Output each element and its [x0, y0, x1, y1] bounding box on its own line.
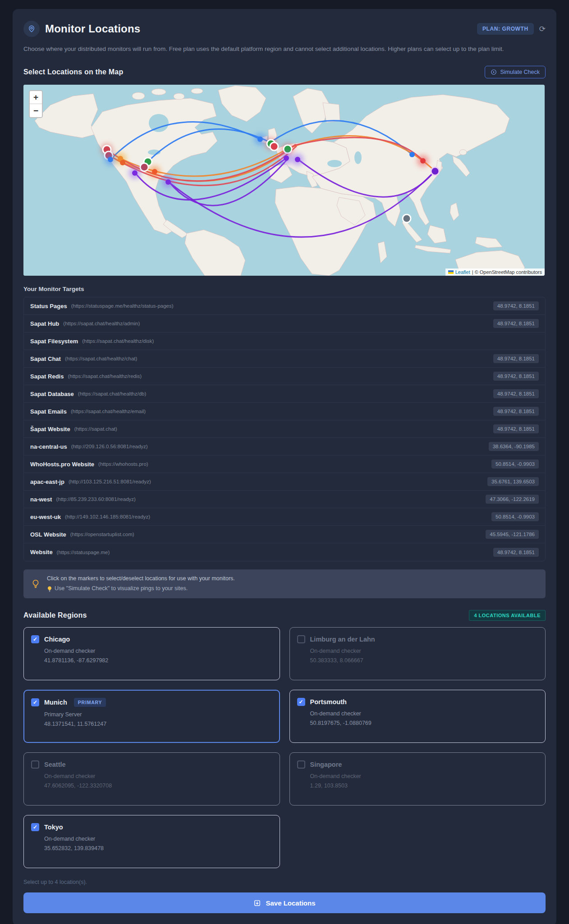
ukraine-flag-icon — [448, 270, 454, 274]
target-row[interactable]: Sapat Chat (https://sapat.chat/healthz/c… — [24, 350, 545, 368]
refresh-icon[interactable]: ⟳ — [539, 24, 546, 34]
location-marker[interactable] — [165, 179, 171, 185]
region-checker-type: On-demand checker — [44, 773, 272, 779]
region-checker-type: Primary Server — [44, 711, 272, 718]
region-name: Seattle — [44, 761, 66, 768]
save-locations-button[interactable]: Save Locations — [23, 892, 546, 913]
location-marker[interactable] — [284, 155, 289, 161]
target-coordinates-badge: 48.9742, 8.1851 — [493, 424, 539, 433]
target-url: (https://sapat.chat/healthz/admin) — [63, 321, 140, 326]
location-marker[interactable] — [409, 152, 415, 157]
monitor-locations-panel: Monitor Locations PLAN: GROWTH ⟳ Choose … — [13, 9, 556, 924]
target-url: (http://209.126.0.56:8081/readyz) — [71, 444, 148, 449]
location-marker[interactable] — [404, 215, 410, 222]
map-section-title: Select Locations on the Map — [23, 68, 123, 76]
target-row[interactable]: Sapat Redis (https://sapat.chat/healthz/… — [24, 368, 545, 385]
target-name: na-central-us — [30, 443, 67, 450]
save-icon — [253, 899, 261, 907]
target-name: Sapat Emails — [30, 408, 67, 415]
zoom-out-button[interactable]: − — [30, 104, 42, 117]
target-url: (http://103.125.216.51:8081/readyz) — [69, 479, 151, 484]
target-coordinates-badge: 38.6364, -90.1985 — [489, 442, 539, 451]
region-checker-type: On-demand checker — [310, 648, 538, 654]
simulate-check-button[interactable]: Simulate Check — [485, 66, 546, 78]
target-url: (https://sapat.chat) — [74, 426, 117, 432]
target-row[interactable]: Website (https://statuspage.me) 48.9742,… — [24, 543, 545, 561]
region-coordinates: 41.8781136, -87.6297982 — [44, 657, 272, 664]
intro-text: Choose where your distributed monitors w… — [23, 44, 546, 54]
locations-available-badge: 4 LOCATIONS AVAILABLE — [469, 610, 546, 621]
location-marker[interactable] — [432, 168, 439, 175]
location-marker[interactable] — [295, 157, 300, 162]
save-locations-label: Save Locations — [266, 899, 315, 907]
region-checkbox[interactable]: ✓ — [31, 635, 39, 643]
region-card[interactable]: ✓ Portsmouth On-demand checker 50.819767… — [289, 690, 546, 743]
region-cards-grid: ✓ Chicago On-demand checker 41.8781136, … — [23, 627, 546, 868]
lightbulb-icon — [31, 579, 41, 589]
region-checkbox[interactable]: ✓ — [31, 698, 39, 706]
region-card[interactable]: ✓ Chicago On-demand checker 41.8781136, … — [23, 627, 280, 680]
target-row[interactable]: Sapat Filesystem (https://sapat.chat/hea… — [24, 332, 545, 350]
region-card[interactable]: ✓ Tokyo On-demand checker 35.652832, 139… — [23, 815, 280, 868]
region-checker-type: On-demand checker — [44, 836, 272, 842]
osm-attribution[interactable]: | © OpenStreetMap contributors — [472, 269, 542, 275]
region-checker-type: On-demand checker — [310, 710, 538, 717]
location-marker[interactable] — [284, 146, 291, 153]
target-name: apac-east-jp — [30, 478, 64, 485]
region-checkbox[interactable]: ✓ — [297, 698, 305, 706]
tip-line-1: Click on the markers to select/deselect … — [47, 574, 235, 584]
target-row[interactable]: Sapat Hub (https://sapat.chat/healthz/ad… — [24, 315, 545, 332]
leaflet-link[interactable]: Leaflet — [455, 269, 470, 275]
target-row[interactable]: Sapat Database (https://sapat.chat/healt… — [24, 385, 545, 403]
location-marker[interactable] — [108, 157, 113, 162]
location-marker[interactable] — [132, 170, 138, 176]
target-row[interactable]: WhoHosts.pro Website (https://whohosts.p… — [24, 455, 545, 473]
region-checkbox[interactable] — [31, 760, 39, 769]
location-marker[interactable] — [257, 137, 263, 142]
target-row[interactable]: Šapat Website (https://sapat.chat) 48.97… — [24, 420, 545, 438]
region-card[interactable]: ✓ Munich PRIMARY Primary Server 48.13715… — [23, 690, 280, 743]
target-coordinates-badge: 48.9742, 8.1851 — [493, 319, 539, 328]
region-coordinates: 48.1371541, 11.5761247 — [44, 721, 272, 727]
region-checkbox[interactable] — [297, 635, 305, 643]
region-checker-type: On-demand checker — [44, 648, 272, 654]
target-row[interactable]: eu-west-uk (http://149.102.146.185:8081/… — [24, 508, 545, 526]
location-marker[interactable] — [120, 160, 125, 165]
primary-badge: PRIMARY — [74, 698, 106, 707]
region-name: Singapore — [310, 761, 342, 768]
target-url: (https://statuspage.me) — [57, 550, 110, 555]
region-coordinates: 1.29, 103.8503 — [310, 783, 538, 789]
target-url: (http://149.102.146.185:8081/readyz) — [65, 514, 150, 519]
location-marker[interactable] — [152, 169, 157, 174]
target-coordinates-badge: 48.9742, 8.1851 — [493, 372, 539, 381]
target-row[interactable]: na-central-us (http://209.126.0.56:8081/… — [24, 438, 545, 455]
target-row[interactable]: Status Pages (https://statuspage.me/heal… — [24, 297, 545, 315]
target-coordinates-badge: 50.8514, -0.9903 — [491, 512, 539, 521]
region-card[interactable]: Limburg an der Lahn On-demand checker 50… — [289, 627, 546, 680]
target-row[interactable]: Sapat Emails (https://sapat.chat/healthz… — [24, 403, 545, 420]
location-marker[interactable] — [141, 164, 148, 171]
target-row[interactable]: apac-east-jp (http://103.125.216.51:8081… — [24, 473, 545, 491]
region-checker-type: On-demand checker — [310, 773, 538, 779]
target-name: Website — [30, 549, 53, 555]
target-row[interactable]: na-west (http://85.239.233.60:8081/ready… — [24, 491, 545, 508]
region-card[interactable]: Seattle On-demand checker 47.6062095, -1… — [23, 752, 280, 806]
map-zoom-control: + − — [29, 90, 43, 118]
target-name: WhoHosts.pro Website — [30, 461, 94, 468]
target-coordinates-badge: 50.8514, -0.9903 — [491, 460, 539, 469]
target-name: Sapat Database — [30, 391, 74, 397]
target-name: Šapat Website — [30, 426, 70, 432]
target-name: Sapat Redis — [30, 373, 64, 380]
regions-header: Available Regions 4 LOCATIONS AVAILABLE — [23, 610, 546, 621]
location-marker[interactable] — [271, 143, 278, 150]
map-attribution: Leaflet | © OpenStreetMap contributors — [445, 269, 545, 276]
target-coordinates-badge: 47.3066, -122.2619 — [486, 495, 539, 504]
region-checkbox[interactable]: ✓ — [31, 823, 39, 831]
region-card[interactable]: Singapore On-demand checker 1.29, 103.85… — [289, 752, 546, 806]
target-row[interactable]: OSL Website (https://openstartuplist.com… — [24, 526, 545, 543]
leaflet-map[interactable]: + − Leaflet | © OpenStreetMap contributo… — [23, 85, 545, 276]
location-marker[interactable] — [420, 158, 426, 164]
bulb-emoji-icon — [47, 586, 52, 592]
region-checkbox[interactable] — [297, 760, 305, 769]
zoom-in-button[interactable]: + — [30, 91, 42, 104]
